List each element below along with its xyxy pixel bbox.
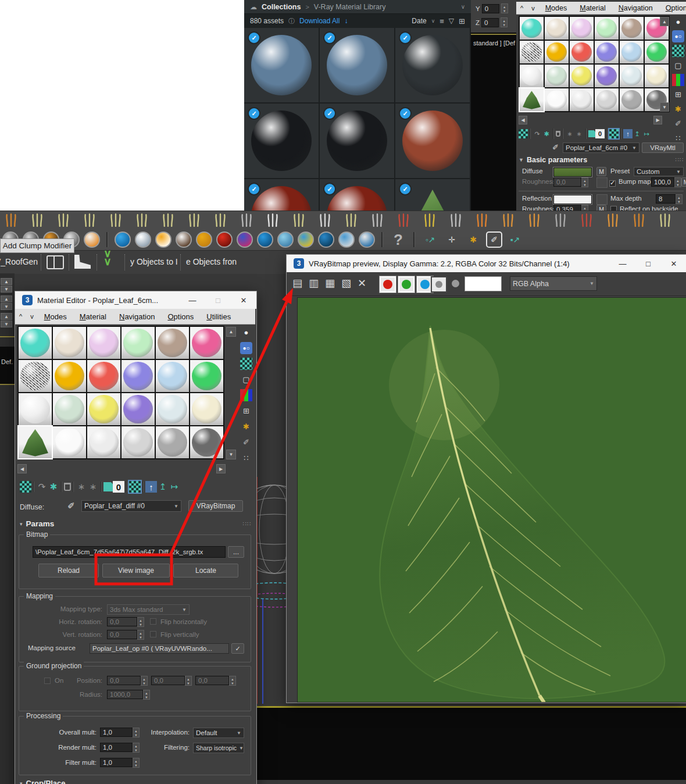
diffuse-map-button[interactable]: M xyxy=(596,167,606,176)
ship-icon[interactable] xyxy=(359,231,375,248)
refl-roughness-field[interactable]: 0,359 xyxy=(553,205,581,211)
beer-mug-icon[interactable] xyxy=(155,231,172,248)
library-tile-brick-red-matte[interactable]: ✓ xyxy=(395,104,470,178)
position-z-field[interactable]: 0,0 xyxy=(195,676,229,685)
print-icon[interactable]: ▧ xyxy=(341,277,351,290)
download-icon[interactable]: ↓ xyxy=(344,17,348,25)
delete-material-icon[interactable] xyxy=(556,131,560,137)
menu-item-navigation[interactable]: Navigation xyxy=(612,4,659,12)
material-name-dropdown[interactable]: Poplar_Leaf_6cm #0▼ xyxy=(563,142,639,153)
plant-drop-icon[interactable] xyxy=(290,212,308,228)
options-icon[interactable]: ✱ xyxy=(672,103,684,115)
spinner-up-button[interactable]: ▲ xyxy=(1,313,12,320)
get-material-icon[interactable] xyxy=(20,481,31,493)
library-tile-steel-blue-glossy-2[interactable]: ✓ xyxy=(320,28,394,102)
grass-clump-icon[interactable] xyxy=(55,212,72,228)
slot-green[interactable] xyxy=(645,41,669,63)
library-tile-black-glossy-2[interactable]: ✓ xyxy=(320,104,394,178)
sort-chevron-icon[interactable]: ∨ xyxy=(431,18,435,24)
waterfall-icon[interactable] xyxy=(277,231,294,248)
transform-widgets-icon[interactable]: ▪↗ xyxy=(506,231,524,248)
slot-light-gray[interactable] xyxy=(595,88,619,111)
water-net-icon[interactable] xyxy=(338,231,355,248)
red-channel-button[interactable] xyxy=(380,276,396,293)
download-all-link[interactable]: Download All xyxy=(299,17,340,25)
selected-check-badge[interactable]: ✓ xyxy=(248,31,260,44)
flip-horizontal-checkbox[interactable] xyxy=(150,618,156,625)
vert-rotation-field[interactable]: 0,0 xyxy=(107,630,137,639)
window-generator-icon[interactable] xyxy=(47,255,64,269)
slot-poplar-leaf[interactable] xyxy=(19,426,52,458)
close-button[interactable]: ✕ xyxy=(661,255,686,272)
paint-app-icon[interactable] xyxy=(237,231,253,248)
slot-pink[interactable] xyxy=(190,327,223,359)
gizmo-compass-icon[interactable]: ✛ xyxy=(443,231,460,248)
slot-pale-mint[interactable] xyxy=(53,393,86,425)
y-axis-spinner[interactable] xyxy=(501,3,508,13)
make-unique-icon[interactable]: ✱ xyxy=(542,129,551,138)
menu-item-utilities[interactable]: Utilities xyxy=(200,312,237,321)
copy-objects-button[interactable]: y Objects to I xyxy=(130,257,178,266)
selected-check-badge[interactable]: ✓ xyxy=(399,183,412,195)
scroll-up-button[interactable]: ▲ xyxy=(226,327,236,337)
reflection-map-slot[interactable] xyxy=(596,194,608,205)
z-axis-spinner[interactable] xyxy=(501,17,508,27)
slot-taupe[interactable] xyxy=(156,327,189,359)
slot-light-blue[interactable] xyxy=(156,360,189,392)
grid-view-icon[interactable]: ⊞ xyxy=(459,17,465,26)
reflection-color-swatch[interactable] xyxy=(553,195,592,204)
options-icon[interactable]: ✱ xyxy=(240,420,252,433)
library-tile-steel-blue-glossy[interactable]: ✓ xyxy=(244,28,319,102)
slot-glass[interactable] xyxy=(19,393,52,425)
chevron-down-icon[interactable]: ∨ xyxy=(461,3,465,10)
mapping-source-field[interactable]: Poplar_Leaf_op #0 ( VRayUVWRando... xyxy=(90,643,229,654)
material-type-button[interactable]: VRayMtl xyxy=(642,142,684,153)
roughness-map-slot[interactable] xyxy=(596,177,608,188)
make-preview-icon[interactable]: ⊞ xyxy=(240,405,252,417)
menu-item-navigation[interactable]: Navigation xyxy=(113,312,161,321)
list-view-icon[interactable]: ≡ xyxy=(440,17,444,26)
bundle-arrow-icon[interactable] xyxy=(604,212,621,228)
library-tile-charcoal-matte[interactable]: ✓ xyxy=(395,28,470,102)
slot-purple[interactable] xyxy=(122,393,155,425)
slot-noise[interactable] xyxy=(520,41,544,63)
sample-type-sphere-icon[interactable]: ● xyxy=(240,326,252,338)
spinner-down-button[interactable]: ▼ xyxy=(1,320,12,327)
selected-check-badge[interactable]: ✓ xyxy=(323,183,336,195)
slot-glass[interactable] xyxy=(520,65,544,87)
library-tile-black-glossy[interactable]: ✓ xyxy=(244,104,319,178)
sample-tiling-icon[interactable]: ▢ xyxy=(240,373,252,386)
slot-offwhite[interactable] xyxy=(570,88,594,111)
max-depth-field[interactable]: 8 xyxy=(656,194,676,204)
slot-light-gray[interactable] xyxy=(122,426,155,458)
filter-icon[interactable]: ▽ xyxy=(449,17,454,25)
selected-check-badge[interactable]: ✓ xyxy=(399,107,412,120)
background-color-swatch[interactable] xyxy=(465,276,502,291)
slot-taupe[interactable] xyxy=(620,17,644,40)
slot-noise[interactable] xyxy=(19,360,52,392)
position-z-spinner[interactable] xyxy=(229,676,236,686)
slot-green[interactable] xyxy=(190,360,223,392)
caterpillar-icon[interactable] xyxy=(473,212,491,228)
plant-squiggle-icon[interactable] xyxy=(2,212,20,228)
mower-icon[interactable] xyxy=(369,212,386,228)
grass-arrow-down-icon[interactable] xyxy=(133,212,151,228)
lake-sun-icon[interactable] xyxy=(298,231,314,248)
menu-item-modes[interactable]: Modes xyxy=(38,312,73,321)
background-checker-icon[interactable] xyxy=(240,358,252,370)
eyedropper-icon[interactable]: ✐ xyxy=(67,501,75,511)
position-y-spinner[interactable] xyxy=(185,676,192,686)
preset-dropdown[interactable]: Custom▼ xyxy=(634,167,684,176)
bump-map-checkbox[interactable] xyxy=(609,180,616,187)
cross-grid-icon[interactable] xyxy=(447,212,465,228)
slot-cyan[interactable] xyxy=(19,327,52,359)
bitmap-image-view[interactable] xyxy=(297,297,686,703)
background-toggle-icon[interactable] xyxy=(129,481,141,493)
make-unique-icon[interactable]: ✱ xyxy=(48,481,59,493)
paste-objects-button[interactable]: e Objects fron xyxy=(186,257,237,266)
slot-mint-green[interactable] xyxy=(122,327,155,359)
eyedropper-icon[interactable]: ✐ xyxy=(552,143,559,152)
library-tile-green-leaf[interactable]: ✓ xyxy=(395,179,470,211)
menu-item-v[interactable]: v xyxy=(527,5,539,12)
locate-button[interactable]: Locate xyxy=(173,564,238,578)
